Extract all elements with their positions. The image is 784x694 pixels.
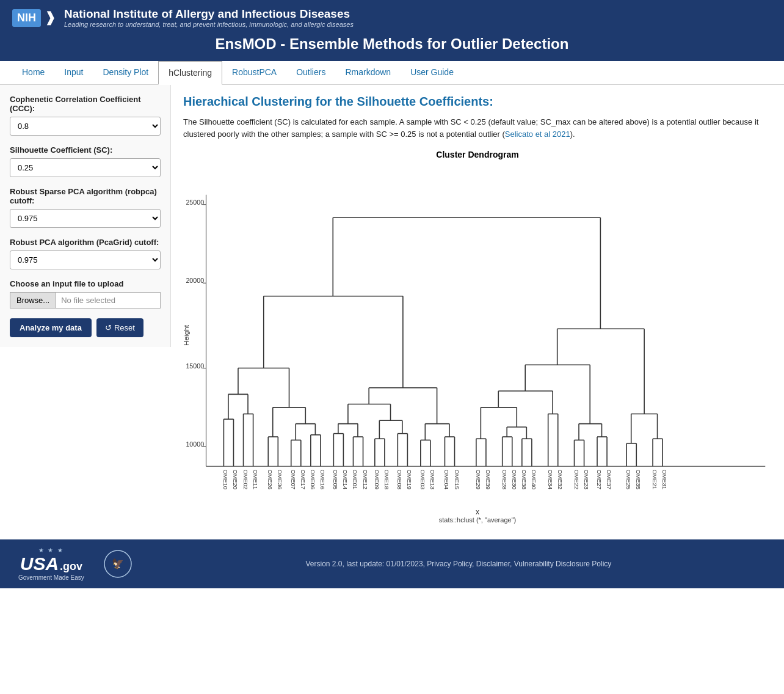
svg-text:OME29: OME29 [475, 470, 482, 490]
upload-section: Choose an input file to upload Browse...… [10, 279, 161, 309]
content-description: The Silhouette coefficient (SC) is calcu… [183, 116, 772, 140]
chart-x-label: x [183, 508, 772, 516]
hhs-logo-svg: 🦅 [103, 549, 133, 579]
svg-text:OME05: OME05 [332, 470, 339, 490]
svg-text:OME14: OME14 [342, 470, 349, 490]
reset-button[interactable]: ↺ Reset [96, 318, 143, 337]
action-row: Analyze my data ↺ Reset [10, 318, 161, 337]
content-area: Hierachical Clustering for the Silhouett… [171, 85, 784, 533]
svg-text:OME21: OME21 [652, 470, 658, 490]
analyze-button[interactable]: Analyze my data [10, 318, 92, 337]
svg-text:25000: 25000 [186, 199, 204, 206]
sidebar: Cophenetic Correlation Coefficient (CCC)… [0, 85, 171, 347]
nav-user-guide[interactable]: User Guide [401, 61, 463, 84]
ccc-select[interactable]: 0.8 0.85 0.9 0.95 [10, 117, 161, 136]
svg-text:OME03: OME03 [419, 470, 426, 490]
svg-text:OME09: OME09 [374, 470, 380, 490]
org-subtitle: Leading research to understand, treat, a… [64, 21, 354, 28]
content-title: Hierachical Clustering for the Silhouett… [183, 95, 772, 109]
svg-text:OME40: OME40 [531, 470, 537, 490]
nav-bar: Home Input Density Plot hClustering Robu… [0, 61, 784, 85]
nav-rmarkdown[interactable]: Rmarkdown [335, 61, 401, 84]
svg-text:OME34: OME34 [547, 470, 554, 490]
nav-hclustering[interactable]: hClustering [158, 61, 222, 85]
svg-text:OME37: OME37 [606, 470, 612, 490]
usa-gov-dot: .gov [60, 560, 82, 573]
dendrogram-svg: 25000 20000 15000 10000 Height [183, 164, 772, 506]
chart-container: 25000 20000 15000 10000 Height [183, 164, 772, 506]
usa-subtext: Government Made Easy [18, 574, 84, 581]
svg-text:OME39: OME39 [485, 470, 492, 490]
app-title: EnsMOD - Ensemble Methods for Outlier De… [12, 32, 772, 55]
svg-text:OME11: OME11 [252, 470, 259, 490]
svg-text:10000: 10000 [186, 440, 204, 448]
usa-stars: ★ ★ ★ [38, 547, 65, 553]
file-upload-row: Browse... No file selected [10, 292, 161, 309]
reference-link[interactable]: Selicato et al 2021 [505, 130, 570, 139]
svg-text:OME12: OME12 [362, 470, 369, 490]
org-info: National Institute of Allergy and Infect… [64, 7, 354, 28]
upload-label: Choose an input file to upload [10, 279, 161, 288]
browse-button[interactable]: Browse... [10, 292, 56, 309]
svg-text:OME01: OME01 [352, 470, 358, 490]
pcagrid-label: Robust PCA algorithm (PcaGrid) cutoff: [10, 238, 161, 247]
nav-density-plot[interactable]: Density Plot [93, 61, 159, 84]
svg-text:OME04: OME04 [443, 470, 450, 490]
nav-robustpca[interactable]: RobustPCA [222, 61, 286, 84]
svg-text:OME13: OME13 [429, 470, 436, 490]
svg-text:OME16: OME16 [319, 470, 326, 490]
nav-outliers[interactable]: Outliers [286, 61, 335, 84]
main-layout: Cophenetic Correlation Coefficient (CCC)… [0, 85, 784, 533]
footer: ★ ★ ★ USA .gov Government Made Easy 🦅 Ve… [0, 539, 784, 588]
usa-text: USA [20, 553, 59, 574]
svg-text:OME15: OME15 [454, 470, 460, 490]
svg-text:OME38: OME38 [521, 470, 528, 490]
svg-text:OME10: OME10 [222, 470, 229, 490]
robpca-select[interactable]: 0.975 0.95 0.99 [10, 209, 161, 228]
robpca-section: Robust Sparse PCA algorithm (robpca) cut… [10, 187, 161, 228]
svg-text:🦅: 🦅 [112, 558, 124, 569]
sc-label: Silhouette Coefficient (SC): [10, 145, 161, 155]
svg-text:Height: Height [183, 324, 190, 346]
sc-select[interactable]: 0.25 0.3 0.35 0.4 [10, 158, 161, 177]
robpca-label: Robust Sparse PCA algorithm (robpca) cut… [10, 187, 161, 205]
svg-text:OME30: OME30 [511, 470, 518, 490]
usa-gov-logo: ★ ★ ★ USA .gov Government Made Easy [18, 547, 84, 581]
reset-label: Reset [114, 323, 135, 332]
svg-text:OME22: OME22 [573, 470, 580, 490]
pcagrid-select[interactable]: 0.975 0.95 0.99 [10, 250, 161, 269]
nih-label: NIH [12, 9, 41, 27]
chart-title: Cluster Dendrogram [183, 150, 772, 159]
ccc-section: Cophenetic Correlation Coefficient (CCC)… [10, 95, 161, 136]
ccc-label: Cophenetic Correlation Coefficient (CCC)… [10, 95, 161, 113]
org-title: National Institute of Allergy and Infect… [64, 7, 354, 21]
reset-icon: ↺ [105, 323, 112, 332]
hhs-logo: 🦅 [103, 549, 133, 579]
svg-text:OME07: OME07 [290, 470, 297, 490]
svg-text:OME23: OME23 [583, 470, 590, 490]
svg-text:OME02: OME02 [242, 470, 249, 490]
nih-chevron-icon: ❱ [45, 10, 56, 26]
chart-x-sublabel: stats::hclust (*, "average") [183, 516, 772, 524]
nav-input[interactable]: Input [54, 61, 93, 84]
svg-text:OME17: OME17 [300, 470, 307, 490]
svg-text:OME35: OME35 [635, 470, 642, 490]
svg-text:OME31: OME31 [661, 470, 668, 490]
svg-text:20000: 20000 [186, 277, 204, 284]
svg-text:OME26: OME26 [267, 470, 274, 490]
file-name-display: No file selected [56, 292, 161, 309]
svg-text:OME36: OME36 [277, 470, 283, 490]
nav-home[interactable]: Home [12, 61, 54, 84]
svg-text:OME20: OME20 [232, 470, 239, 490]
pcagrid-section: Robust PCA algorithm (PcaGrid) cutoff: 0… [10, 238, 161, 269]
svg-text:OME28: OME28 [501, 470, 508, 490]
svg-text:OME19: OME19 [406, 470, 413, 490]
svg-text:OME18: OME18 [383, 470, 390, 490]
nih-logo: NIH ❱ [12, 9, 56, 27]
svg-text:OME32: OME32 [557, 470, 564, 490]
header: NIH ❱ National Institute of Allergy and … [0, 0, 784, 61]
svg-text:OME25: OME25 [625, 470, 632, 490]
svg-text:OME06: OME06 [310, 470, 316, 490]
svg-text:OME08: OME08 [396, 470, 403, 490]
svg-text:OME27: OME27 [596, 470, 603, 490]
